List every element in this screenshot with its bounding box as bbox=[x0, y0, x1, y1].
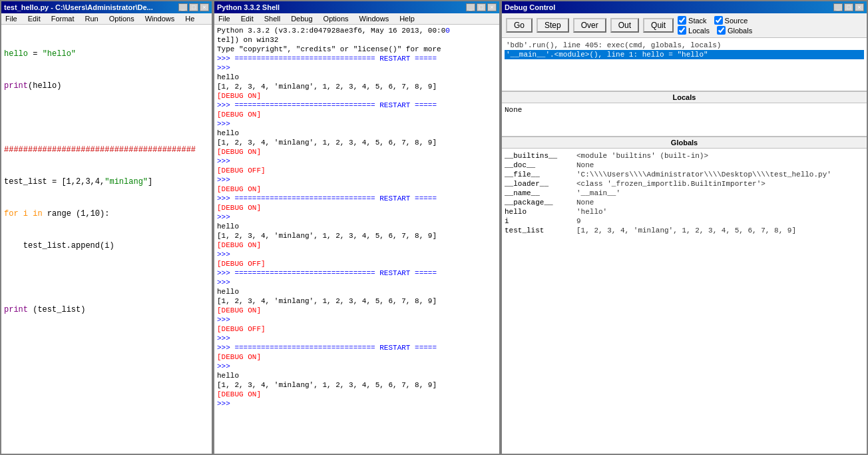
out-button[interactable]: Out bbox=[610, 18, 639, 33]
globals-row: __name__'__main__' bbox=[505, 189, 864, 198]
code-line-1: hello = "hello" bbox=[4, 49, 209, 59]
debug-maximize-btn[interactable]: □ bbox=[844, 3, 853, 11]
globals-row: i9 bbox=[505, 217, 864, 226]
go-button[interactable]: Go bbox=[506, 18, 533, 33]
code-line-2: print(hello) bbox=[4, 81, 209, 91]
stack-item-0[interactable]: 'bdb'.run(), line 405: exec(cmd, globals… bbox=[505, 41, 864, 50]
globals-row: __builtins__<module 'builtins' (built-in… bbox=[505, 151, 864, 161]
editor-controls: _ □ × bbox=[178, 3, 209, 11]
globals-row: __doc__None bbox=[505, 161, 864, 170]
globals-checkbox-label: Globals bbox=[728, 27, 752, 35]
shell-window: Python 3.3.2 Shell _ □ × File Edit Shell… bbox=[213, 0, 501, 455]
editor-minimize-btn[interactable]: _ bbox=[178, 3, 188, 11]
locals-checkbox-row: Locals Globals bbox=[678, 26, 752, 35]
var-value: 'hello' bbox=[576, 208, 607, 216]
globals-row: __file__'C:\\\\Users\\\\Administrator\\\… bbox=[505, 170, 864, 179]
editor-menu-help[interactable]: He bbox=[182, 14, 197, 23]
globals-panel: __builtins__<module 'builtins' (built-in… bbox=[502, 149, 867, 454]
globals-checkbox[interactable] bbox=[717, 26, 726, 35]
editor-titlebar: test_hello.py - C:\Users\Administrator\D… bbox=[1, 1, 212, 13]
shell-minimize-btn[interactable]: _ bbox=[466, 3, 475, 11]
locals-value: None bbox=[505, 106, 522, 114]
shell-controls: _ □ × bbox=[466, 3, 497, 11]
quit-button[interactable]: Quit bbox=[643, 18, 674, 33]
editor-maximize-btn[interactable]: □ bbox=[189, 3, 198, 11]
globals-row: __package__None bbox=[505, 198, 864, 207]
editor-menubar: File Edit Format Run Options Windows He bbox=[1, 13, 212, 25]
code-line-7 bbox=[4, 272, 209, 283]
source-checkbox-label: Source bbox=[725, 17, 748, 25]
debug-controls: _ □ × bbox=[833, 3, 864, 11]
editor-menu-options[interactable]: Options bbox=[107, 14, 137, 23]
globals-row: __loader__<class '_frozen_importlib.Buil… bbox=[505, 179, 864, 189]
debug-minimize-btn[interactable]: _ bbox=[833, 3, 843, 11]
var-value: None bbox=[576, 161, 594, 169]
var-name: __name__ bbox=[505, 189, 571, 197]
source-checkbox[interactable] bbox=[714, 16, 723, 25]
code-line-3 bbox=[4, 113, 209, 123]
locals-checkbox[interactable] bbox=[678, 26, 686, 35]
code-line-6: test_list.append(i) bbox=[4, 240, 209, 251]
var-value: None bbox=[576, 199, 594, 207]
editor-close-btn[interactable]: × bbox=[200, 3, 209, 11]
shell-menu-shell[interactable]: Shell bbox=[262, 14, 283, 23]
globals-section-header: Globals bbox=[502, 137, 867, 149]
shell-content[interactable]: Python 3.3.2 (v3.3.2:d047928ae3f6, May 1… bbox=[214, 25, 499, 454]
var-name: i bbox=[505, 217, 571, 225]
shell-menu-file[interactable]: File bbox=[216, 14, 233, 23]
debug-titlebar: Debug Control _ □ × bbox=[502, 1, 867, 13]
var-name: __package__ bbox=[505, 199, 571, 207]
locals-panel: None bbox=[502, 103, 867, 137]
globals-row: test_list[1, 2, 3, 4, 'minlang', 1, 2, 3… bbox=[505, 226, 864, 235]
shell-output: Python 3.3.2 (v3.3.2:d047928ae3f6, May 1… bbox=[217, 26, 497, 408]
locals-section-header: Locals bbox=[502, 91, 867, 103]
editor-title: test_hello.py - C:\Users\Administrator\D… bbox=[4, 3, 153, 11]
var-value: <module 'builtins' (built-in)> bbox=[576, 152, 708, 160]
code-line-4: test_list = [1,2,3,4,"minlang"] bbox=[4, 177, 209, 187]
shell-title: Python 3.3.2 Shell bbox=[217, 3, 280, 11]
debug-checkboxes: Stack Source Locals Globals bbox=[678, 16, 752, 35]
var-name: __builtins__ bbox=[505, 152, 571, 160]
locals-checkbox-label: Locals bbox=[688, 27, 710, 35]
debug-close-btn[interactable]: × bbox=[855, 3, 864, 11]
shell-menubar: File Edit Shell Debug Options Windows He… bbox=[214, 13, 499, 25]
shell-menu-edit[interactable]: Edit bbox=[238, 14, 256, 23]
over-button[interactable]: Over bbox=[573, 18, 606, 33]
var-name: __loader__ bbox=[505, 180, 571, 188]
step-button[interactable]: Step bbox=[537, 18, 569, 33]
shell-menu-windows[interactable]: Windows bbox=[357, 14, 392, 23]
var-name: test_list bbox=[505, 227, 571, 234]
shell-menu-debug[interactable]: Debug bbox=[288, 14, 315, 23]
code-line-8: print (test_list) bbox=[4, 304, 209, 315]
shell-maximize-btn[interactable]: □ bbox=[477, 3, 486, 11]
shell-menu-options[interactable]: Options bbox=[321, 14, 351, 23]
editor-menu-format[interactable]: Format bbox=[49, 14, 77, 23]
debug-window: Debug Control _ □ × Go Step Over Out Qui… bbox=[501, 0, 868, 455]
stack-checkbox[interactable] bbox=[678, 16, 686, 25]
editor-menu-file[interactable]: File bbox=[3, 14, 20, 23]
var-name: __doc__ bbox=[505, 161, 571, 169]
shell-titlebar: Python 3.3.2 Shell _ □ × bbox=[214, 1, 499, 13]
editor-content: hello = "hello" print(hello) ###########… bbox=[1, 25, 212, 454]
shell-close-btn[interactable]: × bbox=[487, 3, 497, 11]
var-name: hello bbox=[505, 208, 571, 216]
debug-title: Debug Control bbox=[505, 3, 555, 11]
var-value: 9 bbox=[576, 217, 581, 225]
code-editor[interactable]: hello = "hello" print(hello) ###########… bbox=[4, 27, 209, 336]
editor-menu-windows[interactable]: Windows bbox=[142, 14, 178, 23]
editor-menu-run[interactable]: Run bbox=[83, 14, 101, 23]
debug-toolbar: Go Step Over Out Quit Stack Source Local… bbox=[502, 13, 867, 38]
var-value: [1, 2, 3, 4, 'minlang', 1, 2, 3, 4, 5, 6… bbox=[576, 227, 796, 234]
var-value: 'C:\\\\Users\\\\Administrator\\\\Desktop… bbox=[576, 171, 831, 179]
editor-menu-edit[interactable]: Edit bbox=[25, 14, 43, 23]
code-line-5: for i in range (1,10): bbox=[4, 209, 209, 219]
editor-window: test_hello.py - C:\Users\Administrator\D… bbox=[0, 0, 213, 455]
stack-checkbox-label: Stack bbox=[688, 17, 707, 25]
stack-item-1[interactable]: '__main__'.<module>(), line 1: hello = "… bbox=[505, 50, 864, 59]
var-value: <class '_frozen_importlib.BuiltinImporte… bbox=[576, 180, 765, 188]
shell-menu-help[interactable]: Help bbox=[397, 14, 417, 23]
stack-panel: 'bdb'.run(), line 405: exec(cmd, globals… bbox=[502, 38, 867, 91]
code-line-hash: ######################################## bbox=[4, 145, 209, 155]
stack-checkbox-row: Stack Source bbox=[678, 16, 752, 25]
var-value: '__main__' bbox=[576, 189, 620, 197]
